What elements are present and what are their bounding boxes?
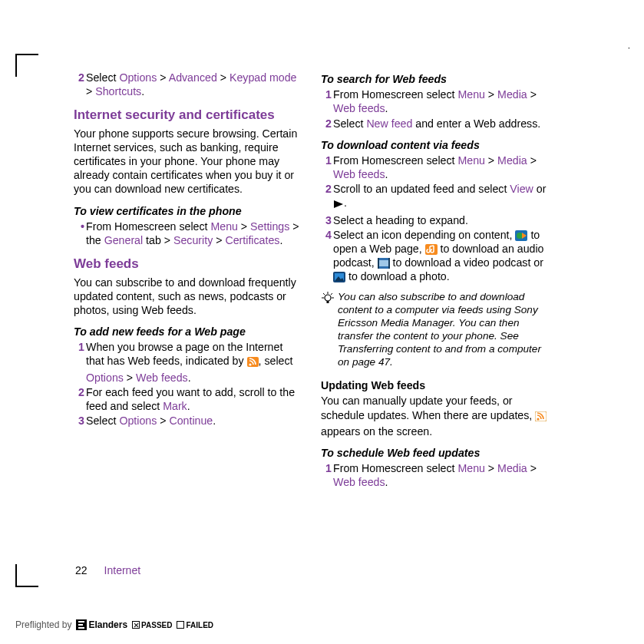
step-number: 1 xyxy=(321,88,332,101)
menu-path-part: Menu xyxy=(457,462,485,474)
content-columns: 2Select Options > Advanced > Keypad mode… xyxy=(74,71,598,490)
step-number: 2 xyxy=(321,182,332,196)
crop-mark: · xyxy=(628,42,630,53)
list-item: 1When you browse a page on the Internet … xyxy=(74,340,302,385)
menu-path-part: Shortcuts xyxy=(95,85,141,97)
menu-path-part: Web feeds xyxy=(333,168,385,180)
section-heading: Internet security and certificates xyxy=(74,107,302,123)
menu-path-part: Web feeds xyxy=(333,102,385,114)
menu-path-part: Continue xyxy=(169,414,213,427)
list-item: •From Homescreen select Menu > Settings … xyxy=(74,220,302,247)
list-item: 2Select New feed and enter a Web address… xyxy=(321,117,550,130)
menu-path-part: Media xyxy=(497,462,527,474)
sub-heading: To download content via feeds xyxy=(321,138,550,152)
svg-rect-24 xyxy=(78,621,84,623)
svg-line-19 xyxy=(323,293,325,295)
body-text: You can manually update your feeds, or s… xyxy=(321,394,550,438)
step-number: 3 xyxy=(74,414,84,428)
checkbox-checked-icon xyxy=(132,621,140,629)
sub-heading: To add new feeds for a Web page xyxy=(74,325,302,339)
step-number: 1 xyxy=(321,154,332,167)
web-page-icon xyxy=(515,230,527,241)
svg-line-20 xyxy=(331,293,332,295)
menu-path-part: Options xyxy=(86,372,124,384)
brand-name: Elanders xyxy=(88,619,127,630)
step-number: 4 xyxy=(321,228,332,242)
menu-path-part: Menu xyxy=(457,88,485,101)
menu-path-part: New feed xyxy=(366,117,412,130)
list-item: 2Select Options > Advanced > Keypad mode… xyxy=(74,71,302,98)
svg-point-1 xyxy=(249,364,251,366)
sub-heading: To search for Web feeds xyxy=(321,72,550,86)
svg-point-4 xyxy=(517,233,523,239)
list-item: 1From Homescreen select Menu > Media > W… xyxy=(321,88,550,115)
crop-mark xyxy=(15,564,38,587)
sub-heading: To schedule Web feed updates xyxy=(321,446,550,460)
page-number: 22 xyxy=(75,564,88,576)
svg-point-14 xyxy=(325,295,331,301)
svg-rect-15 xyxy=(327,301,329,303)
bullet-icon: • xyxy=(74,220,84,233)
menu-path-part: Media xyxy=(497,88,527,101)
preflight-bar: Preflighted by Elanders PASSED FAILED xyxy=(15,619,213,630)
menu-path-part: Certificates xyxy=(225,234,279,246)
sub-heading-bold: Updating Web feeds xyxy=(321,378,550,392)
section-heading: Web feeds xyxy=(74,256,302,272)
photo-icon xyxy=(333,272,345,282)
list-item: 3Select Options > Continue. xyxy=(74,414,302,428)
video-podcast-icon xyxy=(378,258,390,269)
body-text: Your phone supports secure browsing. Cer… xyxy=(74,127,302,197)
manual-page: · 2Select Options > Advanced > Keypad mo… xyxy=(0,0,644,644)
svg-marker-2 xyxy=(334,200,343,208)
menu-path-part: Web feeds xyxy=(333,476,385,488)
menu-path-part: General xyxy=(104,234,143,246)
step-number: 2 xyxy=(321,117,332,130)
menu-path-part: Options xyxy=(119,414,157,427)
menu-path-part: Options xyxy=(119,71,157,84)
left-column: 2Select Options > Advanced > Keypad mode… xyxy=(74,71,302,490)
sub-heading: To view certificates in the phone xyxy=(74,204,302,218)
menu-path-part: Keypad mode xyxy=(230,71,297,84)
audio-podcast-icon xyxy=(425,244,438,255)
svg-rect-8 xyxy=(379,260,388,266)
svg-point-22 xyxy=(537,418,540,420)
section-name: Internet xyxy=(104,564,140,576)
menu-path-part: Advanced xyxy=(169,71,217,84)
tip-lightbulb-icon xyxy=(321,292,335,309)
list-item: 1From Homescreen select Menu > Media > W… xyxy=(321,461,550,489)
step-number: 2 xyxy=(74,385,84,399)
menu-path-part: Mark xyxy=(163,400,187,412)
rss-update-icon xyxy=(535,411,547,424)
list-item: 3Select a heading to expand. xyxy=(321,213,550,227)
list-item: 2Scroll to an updated feed and select Vi… xyxy=(321,182,550,212)
menu-path-part: Security xyxy=(173,234,213,246)
step-number: 1 xyxy=(321,461,332,475)
elanders-logo: Elanders xyxy=(76,619,127,630)
list-item: 1From Homescreen select Menu > Media > W… xyxy=(321,154,550,181)
menu-path-part: Menu xyxy=(210,220,238,233)
menu-path-part: Settings xyxy=(250,220,289,233)
play-icon xyxy=(333,198,344,212)
checkbox-empty-icon xyxy=(177,621,184,629)
tip-text: You can also subscribe to and download c… xyxy=(338,291,550,369)
list-item: 4Select an icon depending on content, to… xyxy=(321,228,550,284)
step-number: 1 xyxy=(74,340,84,354)
step-number: 2 xyxy=(74,71,84,84)
menu-path-part: Web feeds xyxy=(136,372,188,384)
crop-mark xyxy=(15,54,38,77)
body-text: You can subscribe to and download freque… xyxy=(74,276,302,318)
menu-path-part: Media xyxy=(497,154,527,167)
passed-indicator: PASSED xyxy=(132,619,172,630)
right-column: To search for Web feeds 1From Homescreen… xyxy=(321,71,550,490)
menu-path-part: Menu xyxy=(457,154,485,167)
page-footer: 22Internet xyxy=(75,564,140,576)
tip-note: You can also subscribe to and download c… xyxy=(321,291,550,369)
step-number: 3 xyxy=(321,213,332,227)
preflight-label: Preflighted by xyxy=(15,619,71,630)
menu-path-part: View xyxy=(510,183,533,195)
svg-rect-25 xyxy=(78,624,83,626)
svg-rect-26 xyxy=(78,627,84,629)
svg-rect-9 xyxy=(378,258,379,269)
rss-feed-icon xyxy=(247,356,259,370)
step-text: Select xyxy=(86,71,119,84)
